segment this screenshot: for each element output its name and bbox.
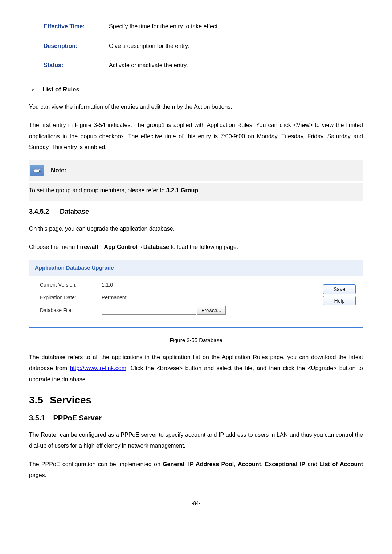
app-database-body: Current Version: 1.1.0 Expiration Date: … bbox=[29, 276, 363, 328]
database-description: The database refers to all the applicati… bbox=[29, 352, 363, 385]
pppoe-p2-s4: and bbox=[305, 461, 319, 467]
database-menu-prefix: Choose the menu bbox=[29, 244, 77, 250]
services-heading: 3.5 Services bbox=[29, 392, 363, 409]
hand-pointer-icon bbox=[30, 165, 44, 176]
help-button[interactable]: Help bbox=[323, 296, 356, 305]
definition-value: Activate or inactivate the entry. bbox=[109, 61, 188, 70]
current-version-row: Current Version: 1.1.0 bbox=[40, 281, 323, 289]
current-version-label: Current Version: bbox=[40, 281, 102, 289]
definition-row: Status: Activate or inactivate the entry… bbox=[44, 61, 363, 70]
database-num: 3.4.5.2 bbox=[29, 206, 49, 217]
database-menu-bold: Firewall→App Control→Database bbox=[77, 244, 169, 250]
app-database-title: Application Database Upgrade bbox=[35, 264, 114, 271]
list-of-rules-intro: You can view the information of the entr… bbox=[29, 102, 363, 112]
note-body-suffix: . bbox=[198, 187, 200, 193]
browse-button[interactable]: Browse... bbox=[197, 306, 226, 315]
definition-value: Specify the time for the entry to take e… bbox=[109, 22, 219, 31]
list-of-rules-body: The first entry in Figure 3-54 indicates… bbox=[29, 120, 363, 153]
database-title: Database bbox=[60, 206, 89, 217]
database-heading: 3.4.5.2 Database bbox=[29, 206, 363, 217]
note-label: Note: bbox=[51, 165, 66, 175]
database-menu: Choose the menu Firewall→App Control→Dat… bbox=[29, 242, 363, 253]
services-title: Services bbox=[50, 392, 91, 409]
list-of-rules-heading: ➢ List of Rules bbox=[29, 85, 363, 94]
pppoe-p2-s1: , bbox=[184, 461, 188, 467]
pppoe-heading: 3.5.1 PPPoE Server bbox=[29, 412, 363, 424]
definition-table: Effective Time: Specify the time for the… bbox=[44, 22, 363, 70]
expiration-date-row: Expiration Date: Permanent bbox=[40, 294, 323, 301]
pppoe-p2-b2: IP Address Pool bbox=[188, 461, 234, 467]
pppoe-title: PPPoE Server bbox=[53, 412, 101, 424]
pppoe-p2-s2: , bbox=[234, 461, 238, 467]
definition-label: Status: bbox=[44, 61, 109, 70]
definition-label: Description: bbox=[44, 41, 109, 51]
app-database-panel: Application Database Upgrade Current Ver… bbox=[29, 260, 363, 328]
database-menu-suffix: to load the following page. bbox=[169, 244, 238, 250]
pppoe-p2-b4: Exceptional IP bbox=[265, 461, 305, 467]
note-body-bold: 3.2.1 Group bbox=[166, 187, 198, 193]
definition-label: Effective Time: bbox=[44, 22, 109, 31]
pppoe-p2-b1: General bbox=[163, 461, 184, 467]
note-block: Note: bbox=[29, 160, 363, 181]
pppoe-p2-b5: List of Account bbox=[319, 461, 363, 467]
note-body-prefix: To set the group and group members, plea… bbox=[29, 187, 166, 193]
pppoe-num: 3.5.1 bbox=[29, 412, 45, 424]
note-body: To set the group and group members, plea… bbox=[29, 183, 363, 202]
save-button[interactable]: Save bbox=[323, 284, 356, 294]
pppoe-p2-b3: Account bbox=[238, 461, 261, 467]
expiration-date-value: Permanent bbox=[102, 294, 126, 301]
pppoe-para-2: The PPPoE configuration can be implement… bbox=[29, 459, 363, 481]
database-file-input[interactable] bbox=[102, 306, 196, 315]
pppoe-p2-s3: , bbox=[261, 461, 265, 467]
services-num: 3.5 bbox=[29, 392, 43, 409]
database-file-label: Database File: bbox=[40, 306, 102, 314]
list-of-rules-title: List of Rules bbox=[42, 85, 79, 94]
app-database-right: Save Help bbox=[323, 281, 356, 319]
definition-value: Give a description for the entry. bbox=[109, 41, 189, 51]
database-file-row: Database File: Browse... bbox=[40, 306, 323, 315]
definition-row: Description: Give a description for the … bbox=[44, 41, 363, 51]
app-database-header: Application Database Upgrade bbox=[29, 260, 363, 276]
pppoe-p2-prefix: The PPPoE configuration can be implement… bbox=[29, 461, 163, 467]
definition-row: Effective Time: Specify the time for the… bbox=[44, 22, 363, 31]
tp-link-url[interactable]: http://www.tp-link.com bbox=[70, 365, 126, 371]
pppoe-p2-s5: pages. bbox=[29, 472, 46, 478]
page-number: -84- bbox=[29, 499, 363, 507]
pppoe-para-1: The Router can be configured as a PPPoE … bbox=[29, 430, 363, 452]
note-header: Note: bbox=[29, 165, 363, 176]
current-version-value: 1.1.0 bbox=[102, 281, 113, 289]
database-intro: On this page, you can upgrade the applic… bbox=[29, 223, 363, 234]
figure-caption: Figure 3-55 Database bbox=[29, 336, 363, 345]
expiration-date-label: Expiration Date: bbox=[40, 294, 102, 301]
bullet-icon: ➢ bbox=[31, 86, 35, 94]
app-database-left: Current Version: 1.1.0 Expiration Date: … bbox=[40, 281, 323, 319]
